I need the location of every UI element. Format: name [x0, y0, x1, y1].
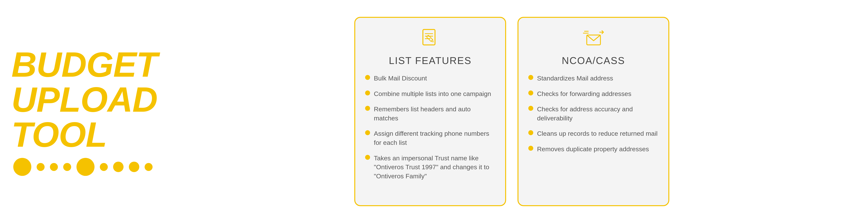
feature-text: Remembers list headers and auto matches — [374, 105, 495, 123]
right-section: LIST FEATURES Bulk Mail Discount Combine… — [167, 17, 857, 206]
dots-decoration — [11, 158, 159, 176]
document-pencil-icon — [419, 27, 442, 49]
dot-4 — [63, 163, 71, 171]
list-features-card: LIST FEATURES Bulk Mail Discount Combine… — [354, 17, 506, 206]
feature-text: Bulk Mail Discount — [374, 74, 427, 83]
bullet-icon — [365, 155, 370, 160]
list-item: Checks for address accuracy and delivera… — [528, 105, 658, 123]
bullet-icon — [365, 75, 370, 80]
bullet-icon — [528, 90, 533, 96]
bullet-icon — [528, 130, 533, 135]
feature-text: Combine multiple lists into one campaign — [374, 89, 491, 99]
feature-text: Cleans up records to reduce returned mai… — [537, 129, 657, 138]
list-features-title: LIST FEATURES — [389, 55, 472, 66]
bullet-icon — [528, 75, 533, 80]
list-item: Combine multiple lists into one campaign — [365, 89, 495, 99]
list-item: Takes an impersonal Trust name like "Ont… — [365, 154, 495, 181]
bullet-icon — [528, 146, 533, 151]
list-item: Assign different tracking phone numbers … — [365, 129, 495, 147]
feature-text: Removes duplicate property addresses — [537, 145, 649, 154]
feature-text: Checks for forwarding addresses — [537, 89, 631, 99]
feature-text: Takes an impersonal Trust name like "Ont… — [374, 154, 495, 181]
list-item: Bulk Mail Discount — [365, 74, 495, 83]
dot-6 — [100, 163, 108, 171]
dot-3 — [50, 163, 58, 171]
bullet-icon — [365, 90, 370, 96]
list-item: Checks for forwarding addresses — [528, 89, 658, 99]
feature-text: Standardizes Mail address — [537, 74, 613, 83]
ncoa-cass-title: NCOA/CASS — [562, 55, 625, 66]
dot-2 — [37, 163, 44, 171]
feature-text: Checks for address accuracy and delivera… — [537, 105, 658, 123]
envelope-speed-icon — [582, 27, 605, 49]
ncoa-cass-card: NCOA/CASS Standardizes Mail address Chec… — [518, 17, 669, 206]
feature-text: Assign different tracking phone numbers … — [374, 129, 495, 147]
list-item: Removes duplicate property addresses — [528, 145, 658, 154]
dot-5 — [76, 158, 94, 176]
svg-rect-0 — [423, 30, 435, 45]
dot-8 — [129, 162, 139, 172]
dot-7 — [113, 162, 124, 172]
bullet-icon — [365, 130, 370, 135]
list-item: Standardizes Mail address — [528, 74, 658, 83]
bullet-icon — [365, 106, 370, 111]
dot-9 — [145, 163, 153, 171]
svg-marker-5 — [431, 40, 434, 43]
list-item: Remembers list headers and auto matches — [365, 105, 495, 123]
ncoa-cass-list: Standardizes Mail address Checks for for… — [528, 74, 658, 160]
list-features-list: Bulk Mail Discount Combine multiple list… — [365, 74, 495, 187]
dot-1 — [13, 158, 31, 176]
left-section: BUDGET UPLOAD TOOL — [11, 47, 167, 176]
page-title: BUDGET UPLOAD TOOL — [11, 47, 159, 152]
list-item: Cleans up records to reduce returned mai… — [528, 129, 658, 138]
bullet-icon — [528, 106, 533, 111]
main-container: BUDGET UPLOAD TOOL — [0, 0, 868, 223]
